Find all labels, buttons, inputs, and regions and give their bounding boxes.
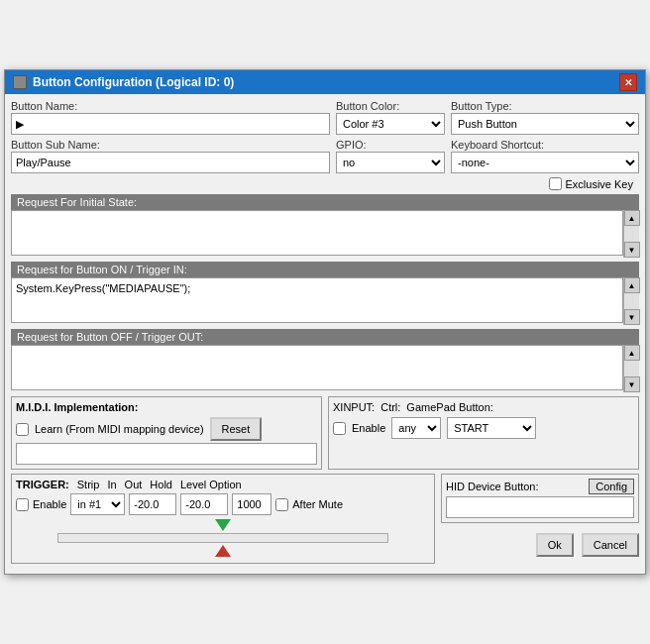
button-color-group: Button Color: Color #3 bbox=[336, 100, 445, 135]
xinput-enable-label: Enable bbox=[352, 422, 385, 434]
button-subname-group: Button Sub Name: bbox=[11, 139, 330, 173]
xinput-label: XINPUT: bbox=[333, 401, 375, 413]
keyboard-shortcut-select[interactable]: -none- bbox=[451, 152, 639, 173]
button-on-wrapper: System.KeyPress("MEDIAPAUSE"); ▲ ▼ bbox=[11, 277, 639, 325]
button-off-scrollbar: ▲ ▼ bbox=[623, 345, 639, 392]
trigger-hold-label: Hold bbox=[150, 479, 172, 490]
exclusive-key-label: Exclusive Key bbox=[566, 178, 633, 190]
button-on-section: Request for Button ON / Trigger IN: Syst… bbox=[11, 262, 639, 325]
button-off-wrapper: ▲ ▼ bbox=[11, 345, 639, 392]
midi-label: M.I.D.I. Implementation: bbox=[16, 401, 317, 413]
trigger-section: TRIGGER: Strip In Out Hold Level Option … bbox=[11, 474, 435, 564]
title-bar: Button Configuration (Logical ID: 0) ✕ bbox=[5, 70, 645, 94]
trigger-in-label: In bbox=[107, 479, 116, 490]
arrow-up-icon bbox=[215, 545, 231, 557]
midi-reset-button[interactable]: Reset bbox=[210, 417, 263, 441]
row-button-name-color-type: Button Name: Button Color: Color #3 Butt… bbox=[11, 100, 639, 135]
cancel-button[interactable]: Cancel bbox=[582, 533, 639, 557]
trigger-controls: Enable in #1 After Mute bbox=[16, 493, 430, 515]
ok-button[interactable]: Ok bbox=[536, 533, 574, 557]
xinput-gamepad-label: GamePad Button: bbox=[406, 401, 492, 413]
exclusive-key-row: Exclusive Key bbox=[11, 177, 639, 190]
button-type-select[interactable]: Push Button bbox=[451, 113, 639, 135]
xinput-section: XINPUT: Ctrl: GamePad Button: Enable any… bbox=[328, 396, 639, 470]
gpio-group: GPIO: no bbox=[336, 139, 445, 173]
midi-input[interactable] bbox=[16, 443, 317, 465]
button-on-header: Request for Button ON / Trigger IN: bbox=[11, 262, 639, 277]
xinput-ctrl-select[interactable]: any bbox=[391, 417, 441, 439]
keyboard-shortcut-label: Keyboard Shortcut: bbox=[451, 139, 639, 151]
trigger-in-input[interactable] bbox=[129, 493, 176, 515]
initial-state-scroll-up[interactable]: ▲ bbox=[624, 210, 640, 226]
trigger-label: TRIGGER: bbox=[16, 479, 69, 490]
exclusive-key-group: Exclusive Key bbox=[549, 177, 633, 190]
button-subname-input[interactable] bbox=[11, 152, 330, 173]
trigger-after-mute-label: After Mute bbox=[292, 498, 343, 510]
trigger-progress-bar bbox=[57, 533, 388, 543]
window-content: Button Name: Button Color: Color #3 Butt… bbox=[5, 94, 645, 574]
hid-header: HID Device Button: Config bbox=[446, 479, 634, 494]
trigger-enable-label: Enable bbox=[33, 498, 66, 510]
keyboard-shortcut-group: Keyboard Shortcut: -none- bbox=[451, 139, 639, 173]
midi-learn-label: Learn (From MIDI mapping device) bbox=[35, 423, 204, 435]
trigger-out-input[interactable] bbox=[180, 493, 228, 515]
trigger-strip-label: Strip bbox=[77, 479, 100, 490]
button-off-section: Request for Button OFF / Trigger OUT: ▲ … bbox=[11, 329, 639, 392]
button-name-label: Button Name: bbox=[11, 100, 330, 112]
trigger-after-mute-checkbox[interactable] bbox=[275, 498, 288, 511]
button-on-scrollbar: ▲ ▼ bbox=[623, 277, 639, 325]
midi-section: M.I.D.I. Implementation: Learn (From MID… bbox=[11, 396, 322, 470]
arrow-down-icon bbox=[215, 519, 231, 531]
midi-xinput-row: M.I.D.I. Implementation: Learn (From MID… bbox=[11, 396, 639, 470]
button-type-label: Button Type: bbox=[451, 100, 639, 112]
xinput-enable-checkbox[interactable] bbox=[333, 422, 346, 435]
trigger-out-label: Out bbox=[125, 479, 143, 490]
trigger-enable-checkbox[interactable] bbox=[16, 498, 29, 511]
initial-state-scrollbar: ▲ ▼ bbox=[623, 210, 639, 258]
window-icon bbox=[13, 75, 27, 89]
button-color-label: Button Color: bbox=[336, 100, 445, 112]
row-subname-gpio-kbd: Button Sub Name: GPIO: no Keyboard Short… bbox=[11, 139, 639, 173]
hid-ok-col: HID Device Button: Config Ok Cancel bbox=[441, 474, 639, 564]
trigger-header: TRIGGER: Strip In Out Hold Level Option bbox=[16, 479, 430, 490]
gpio-label: GPIO: bbox=[336, 139, 445, 151]
trigger-strip-select[interactable]: in #1 bbox=[70, 493, 125, 515]
xinput-controls-row: Enable any START bbox=[333, 417, 634, 439]
xinput-ctrl-label: Ctrl: bbox=[380, 401, 400, 413]
ok-cancel-row: Ok Cancel bbox=[441, 533, 639, 557]
midi-learn-row: Learn (From MIDI mapping device) Reset bbox=[16, 417, 317, 441]
button-on-scroll-down[interactable]: ▼ bbox=[624, 309, 640, 325]
button-off-scroll-up[interactable]: ▲ bbox=[624, 345, 640, 361]
button-on-textarea[interactable]: System.KeyPress("MEDIAPAUSE"); bbox=[11, 277, 623, 323]
button-off-header: Request for Button OFF / Trigger OUT: bbox=[11, 329, 639, 345]
trigger-arrows bbox=[16, 519, 430, 557]
initial-state-section: Request For Initial State: ▲ ▼ bbox=[11, 194, 639, 258]
button-off-scroll-down[interactable]: ▼ bbox=[624, 376, 640, 392]
trigger-level-label: Level Option bbox=[180, 479, 242, 490]
hid-section: HID Device Button: Config bbox=[441, 474, 639, 523]
close-button[interactable]: ✕ bbox=[619, 73, 637, 91]
button-type-group: Button Type: Push Button bbox=[451, 100, 639, 135]
button-name-group: Button Name: bbox=[11, 100, 330, 135]
hid-config-button[interactable]: Config bbox=[589, 479, 634, 494]
initial-state-wrapper: ▲ ▼ bbox=[11, 210, 639, 258]
button-on-scroll-up[interactable]: ▲ bbox=[624, 277, 640, 293]
button-name-input[interactable] bbox=[11, 113, 330, 135]
main-window: Button Configuration (Logical ID: 0) ✕ B… bbox=[4, 69, 646, 575]
title-bar-left: Button Configuration (Logical ID: 0) bbox=[13, 75, 234, 89]
trigger-hid-row: TRIGGER: Strip In Out Hold Level Option … bbox=[11, 474, 639, 564]
xinput-header-row: XINPUT: Ctrl: GamePad Button: bbox=[333, 401, 634, 413]
trigger-hold-input[interactable] bbox=[232, 493, 271, 515]
initial-state-header: Request For Initial State: bbox=[11, 194, 639, 210]
hid-input[interactable] bbox=[446, 496, 634, 518]
initial-state-textarea[interactable] bbox=[11, 210, 623, 256]
initial-state-scroll-down[interactable]: ▼ bbox=[624, 242, 640, 258]
midi-learn-checkbox[interactable] bbox=[16, 423, 29, 436]
button-subname-label: Button Sub Name: bbox=[11, 139, 330, 151]
button-off-textarea[interactable] bbox=[11, 345, 623, 390]
exclusive-key-checkbox[interactable] bbox=[549, 177, 562, 190]
xinput-gamepad-select[interactable]: START bbox=[447, 417, 536, 439]
window-title: Button Configuration (Logical ID: 0) bbox=[33, 75, 234, 89]
gpio-select[interactable]: no bbox=[336, 152, 445, 173]
button-color-select[interactable]: Color #3 bbox=[336, 113, 445, 135]
